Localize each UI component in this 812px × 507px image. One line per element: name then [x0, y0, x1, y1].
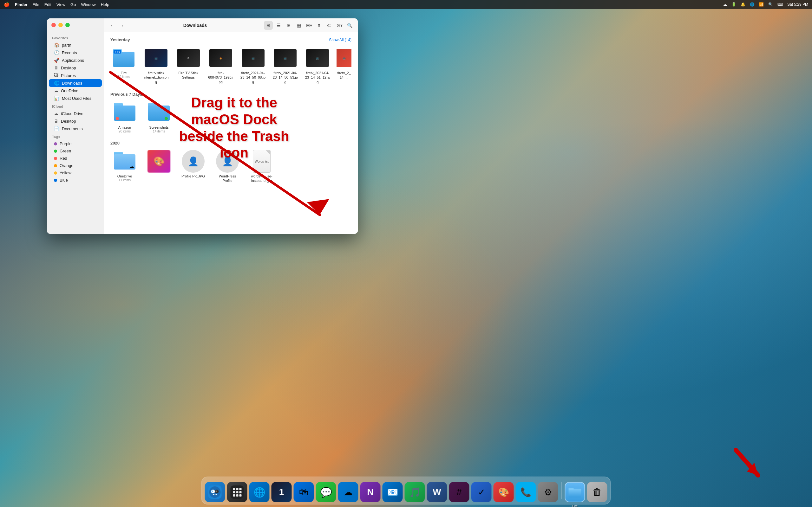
- finder-content: Yesterday Show All (14) Fire Fire 10 ite…: [104, 32, 358, 234]
- menubar-help[interactable]: Help: [101, 2, 109, 7]
- tag-button[interactable]: 🏷: [325, 21, 334, 30]
- control-center-icon[interactable]: ⌨: [777, 2, 783, 7]
- dock-item-word[interactable]: W: [427, 482, 447, 502]
- file-item-firetv5[interactable]: 📺 firetv_2021-04-23_14_50_53.jpg: [272, 47, 299, 84]
- dock-item-edge[interactable]: 🌐: [249, 482, 270, 502]
- sidebar-item-recents[interactable]: 🕐 Recents: [49, 49, 102, 56]
- sidebar-item-icloud-desktop[interactable]: 🖥 Desktop: [49, 117, 102, 125]
- wordsimage-thumb: Words list: [253, 150, 270, 173]
- svg-rect-20: [569, 488, 574, 490]
- sidebar-item-applications[interactable]: 🚀 Applications: [49, 56, 102, 64]
- onedrive-sidebar-icon: ☁: [54, 88, 58, 93]
- dock-launchpad-icon: [227, 482, 247, 502]
- file-item-firetv7[interactable]: 📺 firetv_2_14_...: [337, 47, 351, 84]
- dock-item-slack[interactable]: #: [449, 482, 469, 502]
- menubar-file[interactable]: File: [33, 2, 39, 7]
- sidebar-item-onedrive[interactable]: ☁ OneDrive: [49, 87, 102, 95]
- file-item-fire[interactable]: Fire Fire 10 items: [110, 47, 137, 84]
- file-item-amazon[interactable]: Amazon 20 items: [110, 101, 139, 133]
- year2020-files-grid: ☁ OneDrive 11 items 🎨 👤 Profile Pic.JPG: [110, 150, 351, 183]
- search-button[interactable]: 🔍: [345, 21, 354, 30]
- firetv4-thumb: 📺: [242, 49, 264, 67]
- menubar: 🍎 Finder File Edit View Go Window Help ☁…: [0, 0, 812, 9]
- file-item-firetv1[interactable]: 📺 fire tv stick internet...tion.png: [143, 47, 169, 84]
- purple-dot: [54, 142, 57, 146]
- dock-item-1password[interactable]: 1: [271, 482, 292, 502]
- gallery-view-button[interactable]: ▦: [294, 21, 303, 30]
- menubar-view[interactable]: View: [56, 2, 65, 7]
- show-all-button[interactable]: Show All (14): [329, 38, 351, 42]
- dock-item-finder[interactable]: [205, 482, 225, 502]
- dock-item-trash[interactable]: 🗑: [587, 482, 607, 502]
- sidebar-item-desktop[interactable]: 🖥 Desktop: [49, 64, 102, 72]
- file-item-wordsimage[interactable]: Words list words-to-use-instead-of.jpg: [247, 150, 276, 183]
- maximize-button[interactable]: [65, 23, 70, 27]
- tag-red-label: Red: [60, 156, 67, 161]
- dock-item-sysprefs[interactable]: ⚙: [538, 482, 558, 502]
- documents-icon: 📄: [54, 126, 59, 131]
- search-icon[interactable]: 🔍: [768, 2, 773, 7]
- back-button[interactable]: ‹: [108, 21, 115, 29]
- forward-button[interactable]: ›: [119, 21, 126, 29]
- svg-rect-14: [240, 491, 242, 493]
- menubar-go[interactable]: Go: [70, 2, 76, 7]
- sidebar-item-downloads[interactable]: 🌐 Downloads: [49, 79, 102, 87]
- file-item-pixelated[interactable]: 🎨: [145, 150, 173, 183]
- yesterday-files-grid: Fire Fire 10 items 📺 fire tv stick inter…: [110, 47, 351, 84]
- close-button[interactable]: [51, 23, 56, 27]
- menubar-edit[interactable]: Edit: [44, 2, 51, 7]
- dock-item-appstore[interactable]: 🛍: [294, 482, 314, 502]
- screenshots-green-dot: [165, 117, 168, 120]
- dock-item-messages[interactable]: 💬: [316, 482, 336, 502]
- dock-item-launchpad[interactable]: [227, 482, 247, 502]
- sidebar-item-mostused[interactable]: 📊 Most Used Files: [49, 95, 102, 102]
- dock-item-tasks[interactable]: ✓: [471, 482, 492, 502]
- menubar-right: ☁ 🔋 🔔 🌐 📶 🔍 ⌨ Sat 5:29 PM: [723, 2, 808, 7]
- sidebar-item-documents[interactable]: 📄 Documents: [49, 125, 102, 132]
- arrange-button[interactable]: ⊞▾: [305, 21, 313, 30]
- file-item-screenshots[interactable]: Screenshots 14 items: [145, 101, 173, 133]
- finder-window: Favorites 🏠 parth 🕐 Recents 🚀 Applicatio…: [47, 18, 358, 234]
- icloud-label: iCloud: [47, 102, 104, 110]
- file-item-firetv4[interactable]: 📺 firetv_2021-04-23_14_50_08.jpg: [240, 47, 266, 84]
- sidebar-tag-green[interactable]: Green: [49, 147, 102, 155]
- onedrive2020-meta: 11 items: [119, 178, 131, 182]
- dock-item-spotify[interactable]: 🎵: [405, 482, 425, 502]
- sidebar-tag-orange[interactable]: Orange: [49, 162, 102, 169]
- sidebar-tag-blue[interactable]: Blue: [49, 176, 102, 184]
- dock-item-outlook[interactable]: 📧: [383, 482, 403, 502]
- sidebar-item-parth[interactable]: 🏠 parth: [49, 41, 102, 49]
- list-view-button[interactable]: ☰: [274, 21, 283, 30]
- sidebar-tag-yellow[interactable]: Yellow: [49, 169, 102, 176]
- file-item-wpprofile[interactable]: 👤 WordPress Profile: [213, 150, 242, 183]
- vpn-icon: 🌐: [750, 2, 755, 7]
- firetv7-thumb: 📺: [337, 49, 351, 67]
- dock-item-fire-folder[interactable]: Fire: [565, 482, 585, 502]
- sidebar-mostused-label: Most Used Files: [62, 96, 91, 101]
- sidebar-item-pictures[interactable]: 🖼 Pictures: [49, 72, 102, 79]
- dock-item-pixelmator[interactable]: 🎨: [494, 482, 514, 502]
- file-item-firetv3[interactable]: 🔥 fire-6004073_1920.jpg: [207, 47, 234, 84]
- dock-item-onenote[interactable]: N: [360, 482, 380, 502]
- file-item-profilepic[interactable]: 👤 Profile Pic.JPG: [179, 150, 207, 183]
- sidebar-applications-label: Applications: [62, 58, 84, 63]
- sidebar-item-icloud-drive[interactable]: ☁ iCloud Drive: [49, 110, 102, 117]
- file-item-firetv6[interactable]: 📺 firetv_2021-04-23_14_51_12.jpg: [304, 47, 331, 84]
- action-button[interactable]: ⊙▾: [335, 21, 344, 30]
- dock-item-onedrive[interactable]: ☁: [338, 482, 358, 502]
- downloads-icon: 🌐: [54, 80, 59, 86]
- profilepic-name: Profile Pic.JPG: [182, 174, 205, 178]
- sidebar-tag-red[interactable]: Red: [49, 155, 102, 162]
- file-item-firetv2[interactable]: ⚙ Fire TV Stick Settings: [175, 47, 202, 84]
- apple-menu[interactable]: 🍎: [4, 2, 10, 7]
- menubar-app-name[interactable]: Finder: [15, 2, 28, 7]
- menubar-window[interactable]: Window: [81, 2, 96, 7]
- icon-view-button[interactable]: ⊞: [264, 21, 273, 30]
- file-item-onedrive2020[interactable]: ☁ OneDrive 11 items: [110, 150, 139, 183]
- minimize-button[interactable]: [58, 23, 63, 27]
- column-view-button[interactable]: ⊞: [284, 21, 293, 30]
- sidebar-tag-purple[interactable]: Purple: [49, 140, 102, 147]
- dock-item-skype[interactable]: 📞: [516, 482, 536, 502]
- firetv3-thumb: 🔥: [209, 49, 232, 67]
- share-button[interactable]: ⬆: [315, 21, 323, 30]
